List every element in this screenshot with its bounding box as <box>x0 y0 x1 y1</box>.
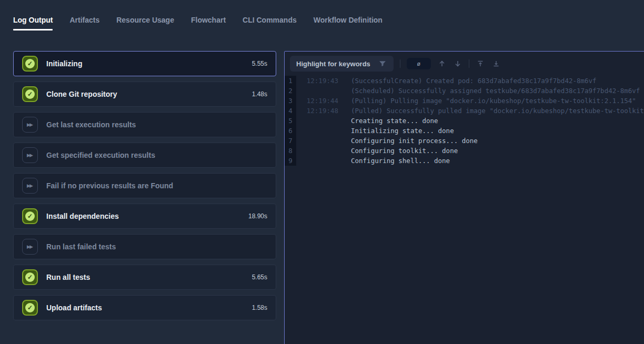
log-output[interactable]: 112:19:43(SuccessfulCreate) Created pod:… <box>285 76 644 166</box>
previous-match-icon[interactable] <box>437 59 447 68</box>
step-label: Clone Git repository <box>46 90 252 98</box>
log-line: 6Initializing state... done <box>285 126 644 136</box>
line-number: 2 <box>285 86 296 96</box>
log-line: 412:19:48(Pulled) Successfully pulled im… <box>285 106 644 116</box>
check-box-icon: ✓ <box>22 86 38 102</box>
status-skipped-icon: ▶▶ <box>22 239 38 255</box>
log-line: 9Configuring shell... done <box>285 156 644 166</box>
tab-cli-commands[interactable]: CLI Commands <box>243 16 297 31</box>
log-line: 312:19:44(Pulling) Pulling image "docker… <box>285 96 644 106</box>
line-number: 7 <box>285 136 296 146</box>
step-card[interactable]: ▶▶Get specified execution results <box>13 143 276 168</box>
check-icon: ✓ <box>25 211 35 221</box>
check-box-icon: ✓ <box>22 56 38 72</box>
log-line: 8Configuring toolkit... done <box>285 146 644 156</box>
next-match-icon[interactable] <box>453 59 462 68</box>
scroll-to-top-icon[interactable] <box>476 59 485 68</box>
line-timestamp <box>296 146 345 156</box>
match-count-badge: ø <box>407 58 431 69</box>
line-text: Configuring shell... done <box>345 156 450 166</box>
step-label: Get specified execution results <box>46 151 276 159</box>
filter-funnel-icon <box>378 59 387 68</box>
step-duration: 18.90s <box>248 213 267 220</box>
step-card[interactable]: ✓Run all tests5.65s <box>13 265 276 290</box>
step-card[interactable]: ✓Upload artifacts1.58s <box>13 295 276 320</box>
log-line: 112:19:43(SuccessfulCreate) Created pod:… <box>285 76 644 86</box>
log-line: 5Creating state... done <box>285 116 644 126</box>
line-text: Configuring toolkit... done <box>345 146 458 156</box>
check-icon: ✓ <box>25 59 35 68</box>
line-timestamp: 12:19:48 <box>296 106 345 116</box>
step-card[interactable]: ✓Initializing5.55s <box>13 51 276 76</box>
step-duration: 5.55s <box>252 60 267 67</box>
tab-workflow-definition[interactable]: Workflow Definition <box>314 16 383 31</box>
status-passed-icon: ✓ <box>22 86 38 102</box>
line-timestamp: 12:19:44 <box>296 96 345 106</box>
check-icon: ✓ <box>25 303 35 312</box>
line-text: (Pulled) Successfully pulled image "dock… <box>345 106 644 116</box>
step-card[interactable]: ✓Install dependencies18.90s <box>13 204 276 229</box>
fast-forward-icon: ▶▶ <box>22 117 38 133</box>
step-label: Run all tests <box>46 273 252 281</box>
highlight-keywords-label: Highlight for keywords <box>296 60 370 68</box>
step-label: Install dependencies <box>46 212 248 220</box>
line-text: (SuccessfulCreate) Created pod: 683d7aba… <box>345 76 597 86</box>
tab-flowchart[interactable]: Flowchart <box>191 16 226 31</box>
line-timestamp <box>296 86 345 96</box>
steps-panel: ✓Initializing5.55s✓Clone Git repository1… <box>13 51 276 320</box>
tab-log-output[interactable]: Log Output <box>13 16 53 31</box>
check-box-icon: ✓ <box>22 269 38 285</box>
line-number: 8 <box>285 146 296 156</box>
line-number: 6 <box>285 126 296 136</box>
tab-resource-usage[interactable]: Resource Usage <box>116 16 174 31</box>
log-toolbar: Highlight for keywords ø <box>285 52 644 76</box>
step-label: Fail if no previous results are Found <box>46 181 276 190</box>
line-number: 5 <box>285 116 296 126</box>
line-text: Configuring init process... done <box>345 136 478 146</box>
step-label: Run last failed tests <box>46 242 276 251</box>
line-text: Initializing state... done <box>345 126 454 136</box>
status-passed-icon: ✓ <box>22 208 38 224</box>
step-card[interactable]: ▶▶Run last failed tests <box>13 234 276 259</box>
line-text: Creating state... done <box>345 116 438 126</box>
status-skipped-icon: ▶▶ <box>22 178 38 194</box>
status-passed-icon: ✓ <box>22 56 38 72</box>
toolbar-divider <box>469 59 469 68</box>
line-number: 9 <box>285 156 296 166</box>
step-card[interactable]: ✓Clone Git repository1.48s <box>13 82 276 107</box>
check-box-icon: ✓ <box>22 208 38 224</box>
highlight-keywords-button[interactable]: Highlight for keywords <box>290 56 394 72</box>
log-line: 7Configuring init process... done <box>285 136 644 146</box>
line-timestamp <box>296 136 345 146</box>
line-timestamp <box>296 156 345 166</box>
line-number: 4 <box>285 106 296 116</box>
step-label: Upload artifacts <box>46 303 252 312</box>
step-duration: 5.65s <box>252 274 267 281</box>
step-card[interactable]: ▶▶Fail if no previous results are Found <box>13 173 276 198</box>
fast-forward-icon: ▶▶ <box>22 147 38 163</box>
line-number: 3 <box>285 96 296 106</box>
status-passed-icon: ✓ <box>22 269 38 285</box>
line-timestamp <box>296 116 345 126</box>
status-skipped-icon: ▶▶ <box>22 117 38 133</box>
status-skipped-icon: ▶▶ <box>22 147 38 163</box>
step-label: Get last execution results <box>46 120 276 129</box>
line-timestamp: 12:19:43 <box>296 76 345 86</box>
toolbar-divider <box>400 59 400 68</box>
step-card[interactable]: ▶▶Get last execution results <box>13 112 276 137</box>
log-line: 2(Scheduled) Successfully assigned testk… <box>285 86 644 96</box>
step-duration: 1.48s <box>252 90 267 98</box>
scroll-to-bottom-icon[interactable] <box>491 59 501 68</box>
fast-forward-icon: ▶▶ <box>22 178 38 194</box>
log-panel: Highlight for keywords ø <box>284 51 644 344</box>
line-number: 1 <box>285 76 296 86</box>
tab-artifacts[interactable]: Artifacts <box>69 16 99 31</box>
check-box-icon: ✓ <box>22 300 38 316</box>
step-duration: 1.58s <box>252 304 267 311</box>
line-text: (Scheduled) Successfully assigned testku… <box>345 86 644 96</box>
check-icon: ✓ <box>25 272 35 282</box>
fast-forward-icon: ▶▶ <box>22 239 38 255</box>
line-text: (Pulling) Pulling image "docker.io/kubes… <box>345 96 636 106</box>
status-passed-icon: ✓ <box>22 300 38 316</box>
tab-bar: Log OutputArtifactsResource UsageFlowcha… <box>0 0 644 35</box>
